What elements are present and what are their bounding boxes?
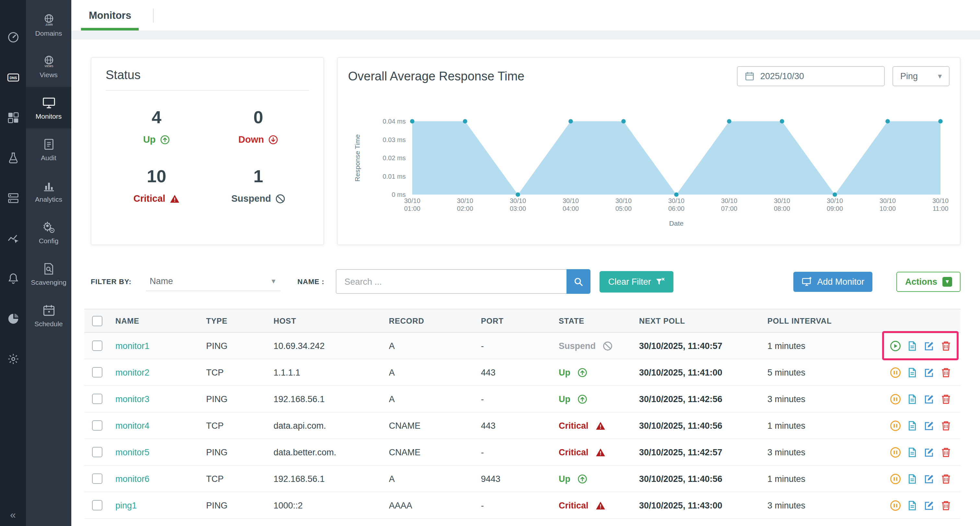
edit-button[interactable] — [924, 446, 935, 457]
cell-host: 1000::2 — [274, 500, 389, 510]
search-button[interactable] — [567, 269, 591, 294]
pie-icon[interactable] — [7, 312, 19, 325]
up-icon — [578, 367, 587, 377]
monitor-name-link[interactable]: ping1 — [115, 500, 206, 510]
delete-button[interactable] — [940, 446, 951, 457]
suspend-button[interactable] — [890, 473, 901, 484]
actions-label: Actions — [905, 277, 937, 286]
edit-button[interactable] — [924, 500, 935, 511]
monitor-name-link[interactable]: monitor2 — [115, 367, 206, 377]
suspend-button[interactable] — [890, 446, 901, 457]
report-button[interactable] — [907, 420, 918, 431]
sidebar-item-domains[interactable]: .comDomains — [26, 4, 71, 45]
svg-text:0.02 ms: 0.02 ms — [383, 155, 406, 161]
sidebar: .comDomainsVIEWSViewsMonitorsAuditAnalyt… — [26, 0, 71, 526]
report-button[interactable] — [907, 340, 918, 351]
sidebar-item-analytics[interactable]: Analytics — [26, 170, 71, 212]
critical-icon — [596, 447, 605, 457]
edit-button[interactable] — [924, 340, 935, 351]
cell-type: TCP — [206, 367, 274, 377]
svg-text:30/10: 30/10 — [932, 197, 948, 204]
sidebar-item-monitors[interactable]: Monitors — [26, 87, 71, 128]
edit-button[interactable] — [924, 420, 935, 431]
actions-button[interactable]: Actions ▼ — [897, 271, 961, 292]
suspend-button[interactable] — [890, 500, 901, 511]
report-button[interactable] — [907, 367, 918, 378]
down-icon — [268, 135, 278, 144]
servers-icon[interactable] — [7, 192, 19, 204]
filter-field-select[interactable]: Name ▼ — [146, 272, 281, 291]
topbar: Monitors — [71, 0, 980, 30]
svg-text:30/10: 30/10 — [616, 197, 632, 204]
cell-next-poll: 30/10/2025, 11:42:57 — [639, 447, 767, 457]
flask-icon[interactable] — [7, 152, 19, 164]
add-monitor-button[interactable]: Add Monitor — [793, 271, 873, 292]
svg-text:01:00: 01:00 — [404, 205, 420, 212]
edit-button[interactable] — [924, 394, 935, 404]
delete-button[interactable] — [940, 394, 951, 404]
cell-type: TCP — [206, 474, 274, 483]
svg-text:30/10: 30/10 — [457, 197, 473, 204]
sidebar-item-audit[interactable]: Audit — [26, 128, 71, 170]
report-button[interactable] — [907, 500, 918, 511]
monitor-name-link[interactable]: monitor1 — [115, 341, 206, 351]
delete-button[interactable] — [940, 340, 951, 351]
delete-button[interactable] — [940, 367, 951, 378]
up-icon — [578, 474, 587, 483]
cell-port: 9443 — [481, 474, 559, 483]
cell-next-poll: 30/10/2025, 11:43:00 — [639, 500, 767, 510]
row-checkbox[interactable] — [92, 420, 102, 431]
row-checkbox[interactable] — [92, 473, 102, 484]
table-row: monitor3PING192.168.56.1A-Up 30/10/2025,… — [84, 386, 961, 413]
status-count-critical: 10 — [106, 167, 207, 187]
edit-button[interactable] — [924, 473, 935, 484]
monitor-name-link[interactable]: monitor6 — [115, 474, 206, 483]
delete-button[interactable] — [940, 420, 951, 431]
row-checkbox[interactable] — [92, 447, 102, 457]
suspend-button[interactable] — [890, 420, 901, 431]
report-button[interactable] — [907, 473, 918, 484]
edit-button[interactable] — [924, 367, 935, 378]
report-button[interactable] — [907, 394, 918, 404]
gear-icon[interactable] — [7, 353, 19, 365]
metric-select[interactable]: Ping ▼ — [892, 66, 950, 86]
row-checkbox[interactable] — [92, 394, 102, 404]
delete-button[interactable] — [940, 473, 951, 484]
suspend-button[interactable] — [890, 394, 901, 404]
monitor-name-link[interactable]: monitor4 — [115, 421, 206, 430]
traffic-icon[interactable] — [7, 232, 19, 244]
gauge-icon[interactable] — [7, 31, 19, 43]
search-input[interactable] — [336, 269, 567, 294]
sidebar-item-scavenging[interactable]: Scavenging — [26, 253, 71, 295]
schedule-icon — [42, 303, 56, 317]
column-header-name: NAME — [115, 316, 206, 325]
report-button[interactable] — [907, 446, 918, 457]
row-checkbox[interactable] — [92, 341, 102, 351]
blocks-icon[interactable] — [7, 112, 19, 124]
monitor-name-link[interactable]: monitor3 — [115, 394, 206, 404]
row-actions — [858, 492, 961, 518]
collapse-sidebar-button[interactable]: « — [0, 509, 26, 521]
sidebar-item-views[interactable]: VIEWSViews — [26, 45, 71, 87]
tab-monitors[interactable]: Monitors — [82, 0, 138, 30]
cell-port: - — [481, 341, 559, 351]
row-checkbox[interactable] — [92, 367, 102, 378]
sidebar-item-config[interactable]: Config — [26, 212, 71, 253]
sidebar-item-list: .comDomainsVIEWSViewsMonitorsAuditAnalyt… — [26, 0, 71, 336]
dns-icon[interactable]: DNS — [7, 71, 19, 84]
suspend-button[interactable] — [890, 367, 901, 378]
cell-next-poll: 30/10/2025, 11:41:00 — [639, 367, 767, 377]
row-checkbox[interactable] — [92, 500, 102, 510]
resume-button[interactable] — [890, 340, 901, 351]
clear-filter-button[interactable]: Clear Filter — [600, 271, 674, 292]
monitor-name-link[interactable]: monitor5 — [115, 447, 206, 457]
search-icon — [574, 277, 584, 286]
select-all-checkbox[interactable] — [92, 316, 102, 326]
table-row: ping1PING1000::2AAAA-Critical 30/10/2025… — [84, 492, 961, 519]
status-up: 4Up — [106, 100, 207, 152]
bell-icon[interactable] — [7, 273, 19, 285]
sidebar-item-schedule[interactable]: Schedule — [26, 295, 71, 336]
date-picker[interactable]: 2025/10/30 — [737, 66, 885, 86]
delete-button[interactable] — [940, 500, 951, 511]
svg-text:30/10: 30/10 — [563, 197, 579, 204]
